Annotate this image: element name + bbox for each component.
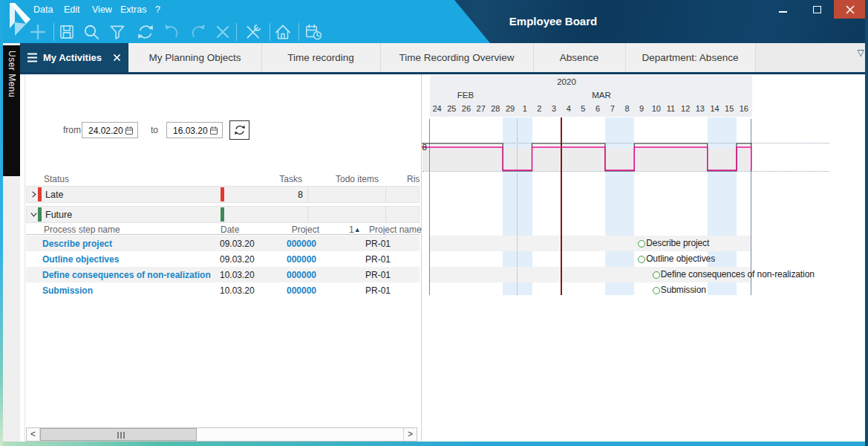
project-name-cell: PR-01 [365,239,391,249]
capacity-workload-chart [416,117,846,191]
user-menu-label: User Menu [7,45,17,97]
gantt-day-label: 6 [590,104,605,114]
cell-border [307,207,308,222]
delete-icon[interactable] [213,22,232,42]
status-color-bar [38,187,42,201]
milestone-label: Outline objectives [646,253,715,265]
menu-help[interactable]: ? [155,4,160,15]
add-icon[interactable] [28,22,48,42]
apply-date-range-button[interactable] [229,120,249,140]
column-date[interactable]: Date [221,224,239,235]
gantt-day-label: 27 [474,104,489,114]
window-border-right [865,0,868,446]
project-name-cell: PR-01 [365,285,391,296]
table-row[interactable]: Outline objectives09.03.20000000PR-01 [26,251,420,267]
menu-extras[interactable]: Extras [120,4,146,15]
to-date-value: 16.03.20 [173,126,208,136]
scrollbar-thumb[interactable] [40,428,197,441]
column-process-step-name[interactable]: Process step name [44,224,120,235]
hamburger-icon[interactable] [27,53,38,62]
collapse-icon[interactable] [30,210,38,219]
process-step-link[interactable]: Describe project [42,239,112,249]
filter-icon[interactable] [108,22,127,42]
project-link[interactable]: 000000 [260,285,316,296]
horizontal-scrollbar[interactable]: < > [26,427,417,442]
table-row[interactable]: Define consequences of non-realization10… [26,267,420,282]
tab-time-recording-overview[interactable]: Time Recording Overview [380,43,533,72]
project-link[interactable]: 000000 [260,270,316,280]
table-row[interactable]: Submission10.03.20000000PR-01 [26,282,420,298]
gantt-day-label: 28 [489,104,503,114]
tab-close-icon[interactable] [113,54,121,62]
tools-icon[interactable] [244,22,263,42]
column-todo-items[interactable]: Todo items [319,174,379,184]
search-icon[interactable] [82,22,101,42]
table-row[interactable]: Describe project09.03.20000000PR-01 [26,236,420,251]
column-project[interactable]: Project [260,224,319,235]
home-icon[interactable] [273,22,293,42]
tab-absence[interactable]: Absence [533,43,625,72]
calendar-icon[interactable] [125,126,134,135]
close-icon [846,5,855,14]
milestone-icon[interactable] [653,287,660,294]
project-link[interactable]: 000000 [260,254,316,265]
to-label: to [151,125,158,135]
tab-time-recording[interactable]: Time recording [261,43,380,72]
redo-icon[interactable] [189,22,208,42]
milestone-icon[interactable] [638,240,645,248]
process-step-link[interactable]: Submission [42,285,93,296]
sort-indicator[interactable]: 1▲ [349,224,361,235]
milestone-label: Define consequences of non-realization [661,269,815,280]
tab-my-planning-objects[interactable]: My Planning Objects [128,43,261,72]
project-name-cell: PR-01 [365,254,391,265]
menu-edit[interactable]: Edit [64,4,80,15]
expand-icon[interactable] [30,190,38,198]
column-tasks[interactable]: Tasks [245,174,302,184]
column-status[interactable]: Status [44,174,69,184]
toolbar-separator [236,23,237,41]
calendar-icon[interactable] [209,126,218,135]
toolbar-separator [53,23,54,41]
process-step-link[interactable]: Define consequences of non-realization [42,270,211,280]
minimize-button[interactable] [766,0,800,19]
gantt-day-label: 1 [518,104,532,114]
gantt-day-label: 4 [561,104,576,114]
gantt-day-label: 8 [620,104,635,114]
column-project-name[interactable]: Project name [369,224,422,235]
process-step-link[interactable]: Outline objectives [42,254,119,265]
cell-border [307,187,308,202]
gantt-day-label: 3 [546,104,561,114]
gantt-year-label: 2020 [549,77,584,86]
project-name-cell: PR-01 [365,270,391,280]
close-button[interactable] [834,0,866,19]
planning-calendar-icon[interactable] [304,22,323,42]
group-row-late[interactable]: Late 8 [26,186,420,203]
titlebar: Data Edit View Extras ? Employee Board [0,0,868,43]
tab-department-absence[interactable]: Department: Absence [625,43,755,72]
group-label: Late [45,190,63,200]
milestone-icon[interactable] [638,256,645,263]
scroll-right-button[interactable]: > [403,428,417,441]
scroll-left-button[interactable]: < [27,428,40,441]
milestone-label: Describe project [646,238,709,249]
milestone-label: Submission [661,285,706,296]
maximize-icon [813,6,821,13]
capacity-axis-label: 8 [415,143,427,152]
refresh-icon[interactable] [136,22,155,42]
gantt-day-label: 25 [444,104,459,114]
user-menu-tab[interactable]: User Menu [3,45,20,176]
undo-icon[interactable] [162,22,181,42]
window-border-bottom [3,442,865,446]
maximize-button[interactable] [800,0,834,19]
group-row-future[interactable]: Future [26,206,420,223]
save-icon[interactable] [57,22,76,42]
milestone-icon[interactable] [653,271,660,279]
project-link[interactable]: 000000 [260,239,316,249]
to-date-input[interactable]: 16.03.20 [166,122,223,138]
menu-view[interactable]: View [92,4,112,15]
from-date-input[interactable]: 24.02.20 [82,122,138,138]
left-panel-border [25,74,25,442]
gantt-month-mar: MAR [581,91,621,100]
menu-data[interactable]: Data [33,4,53,15]
gantt-day-label: 10 [649,104,664,114]
